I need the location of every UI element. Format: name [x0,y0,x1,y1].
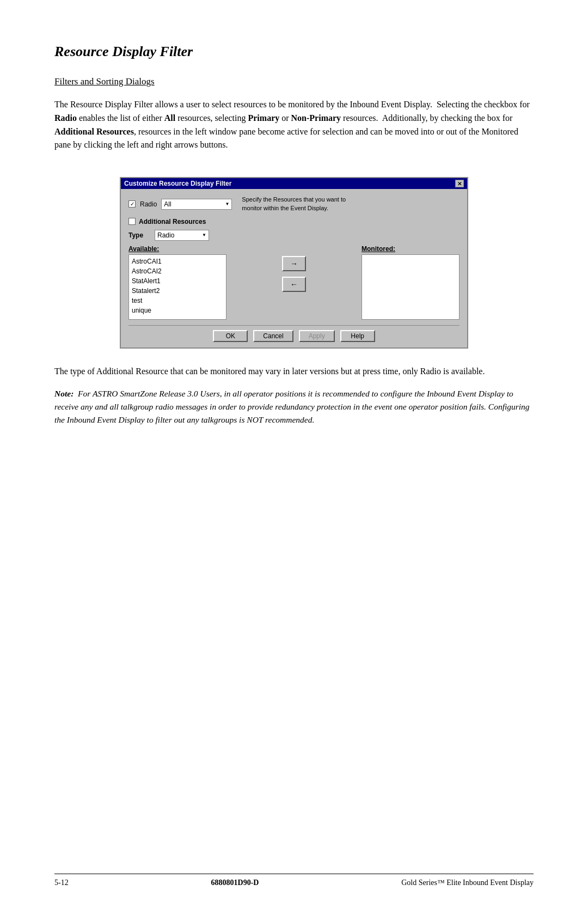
type-row: Type Radio ▼ [128,230,460,241]
move-left-button[interactable]: ← [282,277,306,292]
list-item: Statalert2 [131,286,224,296]
additional-resources-row: Additional Resources [128,218,460,225]
footer-doc-number: 6880801D90-D [211,879,259,887]
additional-bold: Additional Resources [54,127,134,136]
monitored-section: Monitored: [362,245,460,320]
list-item: StatAlert1 [131,276,224,286]
button-row: OK Cancel Apply Help [128,325,460,342]
page: Resource Display Filter Filters and Sort… [0,0,588,909]
list-item: AstroCAI2 [131,266,224,276]
type-label: Type [128,231,150,239]
dropdown-value: All [164,200,171,208]
nonpromary-bold: Non-Primary [291,113,341,123]
radio-row: ✓ Radio All ▼ Specify the Resources that… [128,196,460,212]
customize-dialog: Customize Resource Display Filter ✕ ✓ Ra… [120,177,468,349]
lists-row: Available: AstroCAI1 AstroCAI2 StatAlert… [128,245,460,320]
footer-page-number: 5-12 [54,879,69,887]
dropdown-arrow-icon: ▼ [225,202,229,206]
dialog-titlebar: Customize Resource Display Filter ✕ [121,178,467,189]
monitored-label: Monitored: [362,245,460,253]
section-heading: Filters and Sorting Dialogs [54,76,534,87]
list-item: test [131,296,224,306]
available-section: Available: AstroCAI1 AstroCAI2 StatAlert… [128,245,226,320]
move-right-button[interactable]: → [282,256,306,271]
apply-button[interactable]: Apply [299,330,335,342]
available-label: Available: [128,245,226,253]
list-item: unique [131,306,224,315]
list-item: AstroCAI1 [131,257,224,266]
dialog-title: Customize Resource Display Filter [124,180,231,187]
post-dialog-text: The type of Additional Resource that can… [54,365,534,379]
dialog-body: ✓ Radio All ▼ Specify the Resources that… [121,189,467,347]
radio-checkbox[interactable]: ✓ [128,200,136,208]
additional-checkbox[interactable] [128,218,136,225]
close-icon[interactable]: ✕ [455,180,464,187]
additional-resources-label: Additional Resources [139,218,206,225]
type-dropdown-arrow-icon: ▼ [202,233,206,237]
footer-product-name: Gold Series™ Elite Inbound Event Display [401,879,534,887]
note-intro: Note: For ASTRO SmartZone Release 3.0 Us… [54,387,534,426]
all-bold: All [164,113,175,123]
note-label: Note: [54,389,74,398]
all-dropdown[interactable]: All ▼ [161,199,232,210]
page-title: Resource Display Filter [54,44,534,60]
monitored-list[interactable] [362,254,460,320]
footer: 5-12 6880801D90-D Gold Series™ Elite Inb… [54,874,534,887]
radio-label: Radio [140,200,157,208]
cancel-button[interactable]: Cancel [253,330,293,342]
primary-bold: Primary [248,113,279,123]
help-button[interactable]: Help [340,330,375,342]
available-list[interactable]: AstroCAI1 AstroCAI2 StatAlert1 Statalert… [128,254,226,320]
radio-bold: Radio [54,113,77,123]
hint-text: Specify the Resources that you want to m… [242,196,351,212]
ok-button[interactable]: OK [213,330,248,342]
arrows-column: → ← [231,245,357,292]
type-dropdown-value: Radio [157,231,174,239]
body-paragraph-1: The Resource Display Filter allows a use… [54,98,534,152]
note-text: For ASTRO SmartZone Release 3.0 Users, i… [54,389,530,424]
type-dropdown[interactable]: Radio ▼ [155,230,209,241]
